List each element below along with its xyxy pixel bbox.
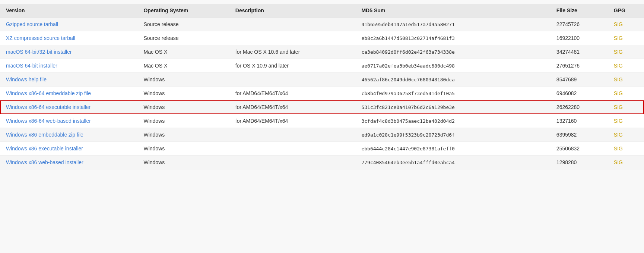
- table-row: Windows x86 executable installerWindowse…: [0, 142, 644, 156]
- filesize-cell: 16922100: [551, 31, 608, 45]
- table-row: Windows x86 web-based installerWindows77…: [0, 156, 644, 169]
- table-header-row: Version Operating System Description MD5…: [0, 4, 644, 18]
- gpg-link[interactable]: SIG: [614, 76, 623, 82]
- table-row: Windows x86-64 executable installerWindo…: [0, 100, 644, 114]
- filesize-cell: 34274481: [551, 45, 608, 59]
- md5-cell: 46562af86c2049dd0cc7680348180dca: [355, 73, 550, 87]
- description-cell: [229, 18, 356, 31]
- os-cell: Mac OS X: [137, 45, 229, 59]
- filesize-cell: 6395982: [551, 128, 608, 142]
- download-table-container: Version Operating System Description MD5…: [0, 0, 644, 173]
- md5-cell: 3cfdaf4c8d3b0475aaec12ba402d04d2: [355, 114, 550, 128]
- os-cell: Source release: [137, 31, 229, 45]
- description-cell: for Mac OS X 10.6 and later: [229, 45, 356, 59]
- filesize-cell: 22745726: [551, 18, 608, 31]
- gpg-link[interactable]: SIG: [614, 49, 623, 55]
- version-link[interactable]: Windows x86-64 web-based installer: [6, 118, 91, 124]
- version-link[interactable]: Windows x86-64 embeddable zip file: [6, 90, 91, 96]
- table-row: macOS 64-bit installerMac OS Xfor OS X 1…: [0, 59, 644, 73]
- os-cell: Mac OS X: [137, 59, 229, 73]
- gpg-link[interactable]: SIG: [614, 21, 623, 27]
- version-link[interactable]: Windows x86-64 executable installer: [6, 104, 91, 110]
- md5-cell: 531c3fc821ce0a4107b6d2c6a129be3e: [355, 100, 550, 114]
- gpg-link[interactable]: SIG: [614, 90, 623, 96]
- description-cell: [229, 142, 356, 156]
- description-cell: [229, 73, 356, 87]
- filesize-cell: 25506832: [551, 142, 608, 156]
- md5-cell: ca3eb84092d0ff6d02e42f63a734338e: [355, 45, 550, 59]
- version-link[interactable]: Windows x86 web-based installer: [6, 159, 83, 165]
- header-version: Version: [0, 4, 137, 18]
- filesize-cell: 27651276: [551, 59, 608, 73]
- gpg-link[interactable]: SIG: [614, 132, 623, 138]
- version-link[interactable]: XZ compressed source tarball: [6, 35, 75, 41]
- os-cell: Windows: [137, 156, 229, 169]
- table-row: Windows x86-64 web-based installerWindow…: [0, 114, 644, 128]
- os-cell: Windows: [137, 100, 229, 114]
- description-cell: for AMD64/EM64T/x64: [229, 114, 356, 128]
- md5-cell: ed9a1c028c1e99f5323b9c20723d7d6f: [355, 128, 550, 142]
- version-link[interactable]: macOS 64-bit/32-bit installer: [6, 49, 72, 55]
- version-link[interactable]: Windows help file: [6, 76, 47, 82]
- table-row: XZ compressed source tarballSource relea…: [0, 31, 644, 45]
- md5-cell: ae0717a02efea3b0eb34aadc680dc498: [355, 59, 550, 73]
- version-link[interactable]: Gzipped source tarball: [6, 21, 58, 27]
- md5-cell: 779c4085464eb3ee5b1a4fffd0eabca4: [355, 156, 550, 169]
- gpg-link[interactable]: SIG: [614, 146, 623, 152]
- gpg-link[interactable]: SIG: [614, 159, 623, 165]
- table-row: Windows x86 embeddable zip fileWindowsed…: [0, 128, 644, 142]
- table-row: Gzipped source tarballSource release41b6…: [0, 18, 644, 31]
- header-filesize: File Size: [551, 4, 608, 18]
- table-row: macOS 64-bit/32-bit installerMac OS Xfor…: [0, 45, 644, 59]
- os-cell: Windows: [137, 128, 229, 142]
- filesize-cell: 1327160: [551, 114, 608, 128]
- header-gpg: GPG: [608, 4, 644, 18]
- header-md5: MD5 Sum: [355, 4, 550, 18]
- description-cell: [229, 156, 356, 169]
- filesize-cell: 1298280: [551, 156, 608, 169]
- description-cell: [229, 31, 356, 45]
- description-cell: for OS X 10.9 and later: [229, 59, 356, 73]
- md5-cell: ebb6444c284c1447e902e87381afeff0: [355, 142, 550, 156]
- os-cell: Source release: [137, 18, 229, 31]
- gpg-link[interactable]: SIG: [614, 118, 623, 124]
- os-cell: Windows: [137, 87, 229, 100]
- table-row: Windows x86-64 embeddable zip fileWindow…: [0, 87, 644, 100]
- description-cell: [229, 128, 356, 142]
- gpg-link[interactable]: SIG: [614, 35, 623, 41]
- gpg-link[interactable]: SIG: [614, 104, 623, 110]
- md5-cell: eb8c2a6b1447d50813c02714af4681f3: [355, 31, 550, 45]
- filesize-cell: 26262280: [551, 100, 608, 114]
- version-link[interactable]: Windows x86 embeddable zip file: [6, 132, 83, 138]
- description-cell: for AMD64/EM64T/x64: [229, 87, 356, 100]
- md5-cell: 41b6595deb4147a1ed517a7d9a580271: [355, 18, 550, 31]
- version-link[interactable]: macOS 64-bit installer: [6, 63, 57, 69]
- table-row: Windows help fileWindows46562af86c2049dd…: [0, 73, 644, 87]
- os-cell: Windows: [137, 114, 229, 128]
- header-description: Description: [229, 4, 356, 18]
- filesize-cell: 8547689: [551, 73, 608, 87]
- os-cell: Windows: [137, 73, 229, 87]
- description-cell: for AMD64/EM64T/x64: [229, 100, 356, 114]
- download-table: Version Operating System Description MD5…: [0, 4, 644, 169]
- filesize-cell: 6946082: [551, 87, 608, 100]
- os-cell: Windows: [137, 142, 229, 156]
- version-link[interactable]: Windows x86 executable installer: [6, 146, 83, 152]
- gpg-link[interactable]: SIG: [614, 63, 623, 69]
- header-os: Operating System: [137, 4, 229, 18]
- md5-cell: cb8b4f0d979a36258f73ed541def10a5: [355, 87, 550, 100]
